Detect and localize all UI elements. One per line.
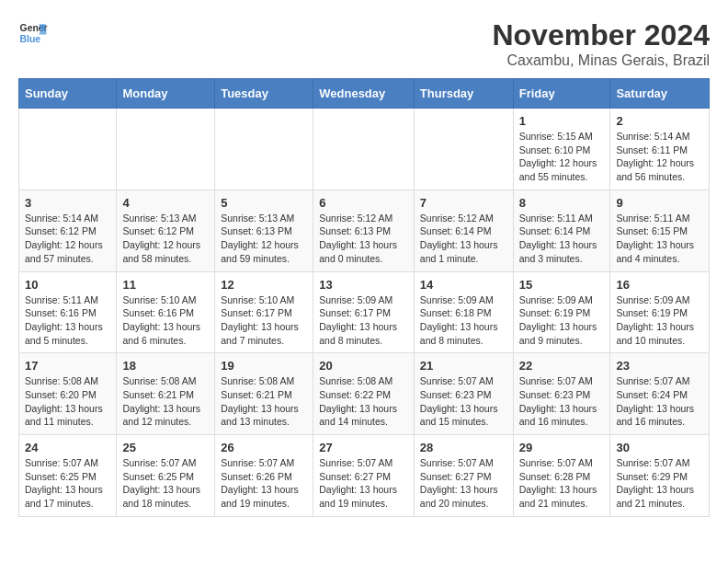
week-row-1: 3Sunrise: 5:14 AM Sunset: 6:12 PM Daylig… bbox=[19, 190, 710, 271]
page-header: General Blue November 2024 Caxambu, Mina… bbox=[18, 18, 710, 69]
day-number: 7 bbox=[420, 196, 507, 210]
day-number: 29 bbox=[519, 441, 605, 454]
day-info: Sunrise: 5:07 AM Sunset: 6:27 PM Dayligh… bbox=[420, 456, 507, 511]
day-number: 5 bbox=[221, 196, 307, 210]
table-row: 12Sunrise: 5:10 AM Sunset: 6:17 PM Dayli… bbox=[215, 271, 313, 353]
header-monday: Monday bbox=[117, 79, 215, 109]
table-row: 4Sunrise: 5:13 AM Sunset: 6:12 PM Daylig… bbox=[117, 190, 215, 271]
table-row: 10Sunrise: 5:11 AM Sunset: 6:16 PM Dayli… bbox=[19, 271, 117, 353]
day-number: 13 bbox=[319, 278, 408, 292]
day-info: Sunrise: 5:13 AM Sunset: 6:13 PM Dayligh… bbox=[221, 212, 307, 266]
table-row: 29Sunrise: 5:07 AM Sunset: 6:28 PM Dayli… bbox=[513, 435, 610, 517]
day-info: Sunrise: 5:07 AM Sunset: 6:27 PM Dayligh… bbox=[319, 456, 408, 511]
table-row: 6Sunrise: 5:12 AM Sunset: 6:13 PM Daylig… bbox=[313, 190, 415, 271]
header-friday: Friday bbox=[513, 79, 610, 109]
table-row: 23Sunrise: 5:07 AM Sunset: 6:24 PM Dayli… bbox=[610, 353, 710, 435]
week-row-2: 10Sunrise: 5:11 AM Sunset: 6:16 PM Dayli… bbox=[19, 271, 710, 353]
day-number: 3 bbox=[25, 196, 110, 210]
svg-text:Blue: Blue bbox=[20, 34, 41, 44]
day-info: Sunrise: 5:07 AM Sunset: 6:28 PM Dayligh… bbox=[519, 456, 605, 511]
day-info: Sunrise: 5:08 AM Sunset: 6:21 PM Dayligh… bbox=[221, 374, 307, 429]
day-info: Sunrise: 5:14 AM Sunset: 6:12 PM Dayligh… bbox=[25, 212, 110, 266]
header-saturday: Saturday bbox=[610, 79, 710, 109]
table-row: 5Sunrise: 5:13 AM Sunset: 6:13 PM Daylig… bbox=[215, 190, 313, 271]
table-row: 2Sunrise: 5:14 AM Sunset: 6:11 PM Daylig… bbox=[610, 109, 710, 190]
day-number: 30 bbox=[616, 441, 703, 454]
day-info: Sunrise: 5:15 AM Sunset: 6:10 PM Dayligh… bbox=[519, 130, 605, 184]
day-number: 17 bbox=[25, 359, 110, 373]
table-row bbox=[117, 109, 215, 190]
table-row: 1Sunrise: 5:15 AM Sunset: 6:10 PM Daylig… bbox=[513, 109, 610, 190]
day-number: 18 bbox=[122, 359, 209, 373]
table-row: 28Sunrise: 5:07 AM Sunset: 6:27 PM Dayli… bbox=[414, 435, 513, 517]
day-info: Sunrise: 5:07 AM Sunset: 6:26 PM Dayligh… bbox=[221, 456, 307, 511]
day-info: Sunrise: 5:07 AM Sunset: 6:25 PM Dayligh… bbox=[122, 456, 209, 511]
day-info: Sunrise: 5:08 AM Sunset: 6:21 PM Dayligh… bbox=[122, 374, 209, 429]
day-info: Sunrise: 5:09 AM Sunset: 6:18 PM Dayligh… bbox=[420, 293, 507, 348]
day-number: 20 bbox=[319, 359, 408, 373]
day-info: Sunrise: 5:11 AM Sunset: 6:16 PM Dayligh… bbox=[25, 293, 110, 348]
day-number: 8 bbox=[519, 196, 605, 210]
table-row bbox=[215, 109, 313, 190]
day-number: 27 bbox=[319, 441, 408, 454]
table-row: 30Sunrise: 5:07 AM Sunset: 6:29 PM Dayli… bbox=[610, 435, 710, 517]
day-number: 21 bbox=[420, 359, 507, 373]
day-info: Sunrise: 5:10 AM Sunset: 6:16 PM Dayligh… bbox=[122, 293, 209, 348]
table-row: 14Sunrise: 5:09 AM Sunset: 6:18 PM Dayli… bbox=[414, 271, 513, 353]
day-info: Sunrise: 5:14 AM Sunset: 6:11 PM Dayligh… bbox=[616, 130, 703, 184]
day-info: Sunrise: 5:13 AM Sunset: 6:12 PM Dayligh… bbox=[122, 212, 209, 266]
day-info: Sunrise: 5:07 AM Sunset: 6:23 PM Dayligh… bbox=[519, 374, 605, 429]
day-info: Sunrise: 5:12 AM Sunset: 6:14 PM Dayligh… bbox=[420, 212, 507, 266]
table-row: 21Sunrise: 5:07 AM Sunset: 6:23 PM Dayli… bbox=[414, 353, 513, 435]
day-number: 10 bbox=[25, 278, 110, 292]
logo-icon: General Blue bbox=[18, 18, 48, 48]
day-number: 4 bbox=[122, 196, 209, 210]
table-row: 20Sunrise: 5:08 AM Sunset: 6:22 PM Dayli… bbox=[313, 353, 415, 435]
table-row: 11Sunrise: 5:10 AM Sunset: 6:16 PM Dayli… bbox=[117, 271, 215, 353]
table-row bbox=[313, 109, 415, 190]
header-wednesday: Wednesday bbox=[313, 79, 415, 109]
day-number: 23 bbox=[616, 359, 703, 373]
day-info: Sunrise: 5:09 AM Sunset: 6:19 PM Dayligh… bbox=[616, 293, 703, 348]
table-row: 8Sunrise: 5:11 AM Sunset: 6:14 PM Daylig… bbox=[513, 190, 610, 271]
day-number: 15 bbox=[519, 278, 605, 292]
table-row: 24Sunrise: 5:07 AM Sunset: 6:25 PM Dayli… bbox=[19, 435, 117, 517]
day-info: Sunrise: 5:07 AM Sunset: 6:23 PM Dayligh… bbox=[420, 374, 507, 429]
day-number: 16 bbox=[616, 278, 703, 292]
table-row bbox=[19, 109, 117, 190]
day-number: 11 bbox=[122, 278, 209, 292]
day-info: Sunrise: 5:12 AM Sunset: 6:13 PM Dayligh… bbox=[319, 212, 408, 266]
table-row bbox=[414, 109, 513, 190]
week-row-4: 24Sunrise: 5:07 AM Sunset: 6:25 PM Dayli… bbox=[19, 435, 710, 517]
table-row: 3Sunrise: 5:14 AM Sunset: 6:12 PM Daylig… bbox=[19, 190, 117, 271]
table-row: 7Sunrise: 5:12 AM Sunset: 6:14 PM Daylig… bbox=[414, 190, 513, 271]
day-info: Sunrise: 5:11 AM Sunset: 6:14 PM Dayligh… bbox=[519, 212, 605, 266]
day-number: 1 bbox=[519, 114, 605, 128]
day-number: 28 bbox=[420, 441, 507, 454]
day-info: Sunrise: 5:10 AM Sunset: 6:17 PM Dayligh… bbox=[221, 293, 307, 348]
day-info: Sunrise: 5:11 AM Sunset: 6:15 PM Dayligh… bbox=[616, 212, 703, 266]
day-number: 6 bbox=[319, 196, 408, 210]
day-info: Sunrise: 5:07 AM Sunset: 6:24 PM Dayligh… bbox=[616, 374, 703, 429]
day-info: Sunrise: 5:08 AM Sunset: 6:22 PM Dayligh… bbox=[319, 374, 408, 429]
table-row: 15Sunrise: 5:09 AM Sunset: 6:19 PM Dayli… bbox=[513, 271, 610, 353]
week-row-0: 1Sunrise: 5:15 AM Sunset: 6:10 PM Daylig… bbox=[19, 109, 710, 190]
day-number: 25 bbox=[122, 441, 209, 454]
day-number: 14 bbox=[420, 278, 507, 292]
table-row: 25Sunrise: 5:07 AM Sunset: 6:25 PM Dayli… bbox=[117, 435, 215, 517]
day-info: Sunrise: 5:09 AM Sunset: 6:17 PM Dayligh… bbox=[319, 293, 408, 348]
day-number: 24 bbox=[25, 441, 110, 454]
header-thursday: Thursday bbox=[414, 79, 513, 109]
location-subtitle: Caxambu, Minas Gerais, Brazil bbox=[492, 52, 710, 69]
table-row: 27Sunrise: 5:07 AM Sunset: 6:27 PM Dayli… bbox=[313, 435, 415, 517]
week-row-3: 17Sunrise: 5:08 AM Sunset: 6:20 PM Dayli… bbox=[19, 353, 710, 435]
header-tuesday: Tuesday bbox=[215, 79, 313, 109]
table-row: 22Sunrise: 5:07 AM Sunset: 6:23 PM Dayli… bbox=[513, 353, 610, 435]
day-number: 2 bbox=[616, 114, 703, 128]
table-row: 16Sunrise: 5:09 AM Sunset: 6:19 PM Dayli… bbox=[610, 271, 710, 353]
header-sunday: Sunday bbox=[19, 79, 117, 109]
table-row: 19Sunrise: 5:08 AM Sunset: 6:21 PM Dayli… bbox=[215, 353, 313, 435]
day-info: Sunrise: 5:08 AM Sunset: 6:20 PM Dayligh… bbox=[25, 374, 110, 429]
calendar-header-row: Sunday Monday Tuesday Wednesday Thursday… bbox=[19, 79, 710, 109]
day-number: 22 bbox=[519, 359, 605, 373]
